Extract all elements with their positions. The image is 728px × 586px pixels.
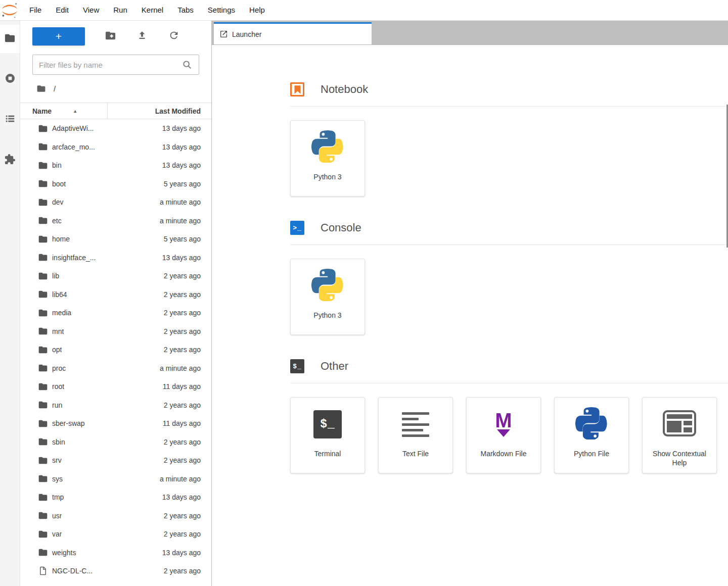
launcher-section-other: $_Other$_TerminalText FileMMarkdown File… — [290, 359, 728, 473]
launcher-card-markdown-file[interactable]: MMarkdown File — [466, 397, 541, 473]
file-last-modified: 11 days ago — [163, 382, 201, 390]
file-row-media[interactable]: media2 years ago — [20, 304, 211, 322]
menu-kernel[interactable]: Kernel — [134, 0, 170, 21]
workspace: + / — [0, 21, 728, 586]
file-name: bin — [52, 161, 62, 169]
file-row-insightface[interactable]: insightface_...13 days ago — [20, 249, 211, 267]
file-row-etc[interactable]: etca minute ago — [20, 212, 211, 230]
upload-button[interactable] — [135, 30, 149, 43]
new-launcher-button[interactable]: + — [32, 27, 85, 45]
file-row-opt[interactable]: opt2 years ago — [20, 340, 211, 359]
file-row-var[interactable]: var2 years ago — [20, 525, 211, 544]
folder-icon — [38, 142, 48, 152]
file-last-modified: 5 years ago — [164, 180, 201, 188]
file-name: sys — [52, 475, 63, 483]
activity-tab-file-browser[interactable] — [0, 25, 20, 53]
folder-icon — [38, 418, 48, 428]
card-label: Python File — [570, 449, 613, 458]
card-icon — [575, 406, 608, 443]
launcher-card-python-3[interactable]: Python 3 — [290, 120, 365, 197]
terminal-icon: $_ — [313, 410, 342, 438]
menu-settings[interactable]: Settings — [201, 0, 242, 21]
file-row-mnt[interactable]: mnt2 years ago — [20, 322, 211, 341]
folder-icon — [38, 308, 48, 318]
file-row-run[interactable]: run2 years ago — [20, 396, 211, 415]
folder-icon — [38, 216, 48, 226]
file-name: lib64 — [52, 290, 67, 299]
activity-tab-running-sessions[interactable] — [0, 65, 20, 93]
file-row-arcface-mo[interactable]: arcface_mo...13 days ago — [20, 138, 211, 157]
launcher-card-show-contextual-help[interactable]: Show Contextual Help — [642, 397, 717, 473]
file-row-weights[interactable]: weights13 days ago — [20, 544, 211, 562]
file-name: media — [52, 309, 71, 317]
file-name: var — [52, 530, 62, 538]
refresh-button[interactable] — [167, 30, 180, 43]
breadcrumb-root[interactable]: / — [54, 84, 56, 93]
file-last-modified: 2 years ago — [164, 346, 201, 354]
folder-icon — [38, 160, 48, 170]
folder-icon — [4, 32, 16, 46]
tab-launcher[interactable]: Launcher — [214, 22, 372, 44]
launcher-card-python-3[interactable]: Python 3 — [290, 259, 365, 335]
folder-icon — [38, 234, 48, 244]
folder-icon — [38, 326, 48, 336]
file-name: arcface_mo... — [52, 143, 95, 151]
launcher-card-python-file[interactable]: Python File — [554, 397, 629, 473]
file-last-modified: 2 years ago — [164, 530, 201, 538]
file-row-sbin[interactable]: sbin2 years ago — [20, 433, 211, 452]
file-name: root — [52, 382, 64, 390]
file-list-header: Name ▲ Last Modified — [20, 103, 211, 119]
section-divider — [290, 245, 728, 245]
file-row-usr[interactable]: usr2 years ago — [20, 507, 211, 525]
file-row-home[interactable]: home5 years ago — [20, 230, 211, 249]
activity-tab-table-of-contents[interactable] — [0, 106, 20, 134]
menu-run[interactable]: Run — [106, 0, 134, 21]
column-header-name[interactable]: Name ▲ — [32, 103, 108, 119]
file-row-lib[interactable]: lib2 years ago — [20, 267, 211, 285]
file-row-tmp[interactable]: tmp13 days ago — [20, 488, 211, 507]
file-last-modified: 13 days ago — [162, 549, 201, 557]
column-header-last-modified[interactable]: Last Modified — [108, 107, 201, 115]
filter-box — [32, 55, 199, 75]
file-row-dev[interactable]: deva minute ago — [20, 193, 211, 212]
home-folder-icon[interactable] — [34, 82, 48, 95]
file-row-root[interactable]: root11 days ago — [20, 377, 211, 396]
file-name: usr — [52, 512, 62, 520]
launcher-cards: Python 3 — [290, 120, 728, 197]
section-header: >_Console — [290, 220, 728, 235]
new-folder-button[interactable] — [104, 30, 117, 43]
folder-icon — [38, 548, 48, 558]
menu-items: FileEditViewRunKernelTabsSettingsHelp — [22, 0, 272, 21]
file-name: etc — [52, 217, 62, 225]
file-row-lib64[interactable]: lib642 years ago — [20, 285, 211, 304]
file-row-adaptivewi[interactable]: AdaptiveWi...13 days ago — [20, 119, 211, 138]
menu-help[interactable]: Help — [242, 0, 272, 21]
file-row-bin[interactable]: bin13 days ago — [20, 156, 211, 175]
contextual-help-icon — [663, 410, 696, 438]
launcher-card-terminal[interactable]: $_Terminal — [290, 397, 365, 473]
menu-view[interactable]: View — [76, 0, 106, 21]
folder-icon — [38, 437, 48, 447]
section-header: Notebook — [290, 82, 728, 97]
file-row-proc[interactable]: proca minute ago — [20, 359, 211, 378]
folder-icon — [38, 123, 48, 133]
menu-file[interactable]: File — [22, 0, 49, 21]
activity-tab-extension-manager[interactable] — [0, 146, 20, 174]
file-last-modified: a minute ago — [160, 475, 201, 483]
file-row-srv[interactable]: srv2 years ago — [20, 451, 211, 470]
folder-icon — [38, 511, 48, 521]
card-icon — [663, 406, 696, 443]
breadcrumb: / — [34, 82, 199, 95]
file-row-sys[interactable]: sysa minute ago — [20, 470, 211, 489]
file-row-sber-swap[interactable]: sber-swap11 days ago — [20, 414, 211, 433]
menu-edit[interactable]: Edit — [49, 0, 76, 21]
launcher-body: Notebook Python 3>_Console Python 3$_Oth… — [212, 45, 728, 586]
menu-tabs[interactable]: Tabs — [170, 0, 201, 21]
card-label: Text File — [398, 449, 433, 458]
file-row-ngc-dl-c[interactable]: NGC-DL-C...2 years ago — [20, 562, 211, 580]
launcher-card-text-file[interactable]: Text File — [378, 397, 453, 473]
jupyterlab-window: FileEditViewRunKernelTabsSettingsHelp + — [0, 0, 728, 586]
filter-files-input[interactable] — [39, 61, 180, 69]
running-icon — [4, 72, 16, 86]
file-row-boot[interactable]: boot5 years ago — [20, 175, 211, 193]
